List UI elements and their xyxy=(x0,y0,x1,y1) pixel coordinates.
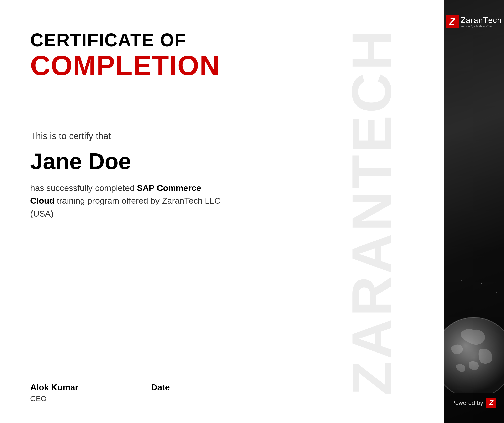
logo-name: ZaranTech xyxy=(461,16,502,25)
logo-z-letter: Z xyxy=(449,16,455,27)
powered-z-box: Z xyxy=(486,398,496,408)
cert-title-of: CERTIFICATE OF COMPLETION xyxy=(30,30,275,81)
signature-block-2: Date xyxy=(151,378,217,392)
middle-section: ZARANTECH xyxy=(300,0,444,423)
watermark-text: ZARANTECH xyxy=(340,28,404,395)
recipient-name: Jane Doe xyxy=(30,149,275,174)
signature-section: Alok Kumar CEO Date xyxy=(30,363,275,403)
zarantech-logo: Z ZaranTech knowledge is Everything xyxy=(446,15,502,28)
globe-graphic xyxy=(444,277,504,393)
logo-z-box: Z xyxy=(446,15,459,28)
powered-z-letter: Z xyxy=(489,399,493,407)
date-label: Date xyxy=(151,382,217,392)
certify-intro-text: This is to certify that xyxy=(30,131,275,142)
logo-brand-text: ZaranTech knowledge is Everything xyxy=(461,16,502,28)
svg-point-2 xyxy=(444,317,504,393)
svg-point-7 xyxy=(481,283,482,284)
completion-text-end: training program offered by ZaranTech LL… xyxy=(30,196,220,218)
svg-point-8 xyxy=(496,292,497,293)
svg-point-5 xyxy=(451,284,451,285)
powered-by-section: Powered by Z xyxy=(451,398,496,408)
left-section: CERTIFICATE OF COMPLETION This is to cer… xyxy=(0,0,300,423)
completion-description: has successfully completed SAP Commerce … xyxy=(30,182,227,220)
svg-point-6 xyxy=(461,280,462,281)
certificate-container: CERTIFICATE OF COMPLETION This is to cer… xyxy=(0,0,504,423)
logo-tagline: knowledge is Everything xyxy=(461,25,502,28)
right-section: Z ZaranTech knowledge is Everything xyxy=(444,0,504,423)
signer-title: CEO xyxy=(30,394,96,403)
signature-block-1: Alok Kumar CEO xyxy=(30,378,96,403)
signature-line-2 xyxy=(151,378,217,378)
signer-name: Alok Kumar xyxy=(30,382,96,392)
signature-line-1 xyxy=(30,378,96,378)
completion-text-start: has successfully completed xyxy=(30,183,137,193)
svg-point-4 xyxy=(444,289,444,290)
powered-by-text: Powered by xyxy=(451,399,483,406)
